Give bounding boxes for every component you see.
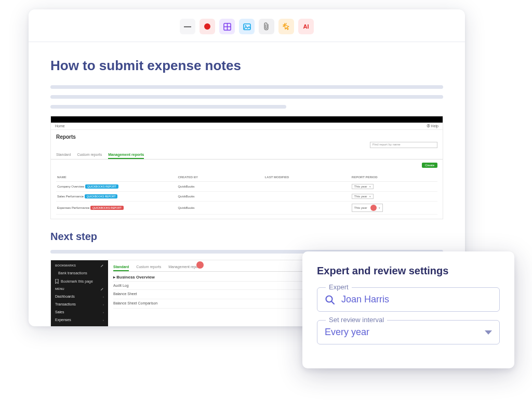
period-select[interactable]: This year▾: [352, 204, 383, 212]
row-created: QuickBooks: [177, 205, 263, 210]
expert-review-settings-panel: Expert and review settings Expert Joan H…: [302, 251, 514, 368]
record-tool-button[interactable]: [200, 19, 215, 34]
tab-custom[interactable]: Custom reports: [136, 263, 161, 271]
report-badge: QUICKBOOKS REPORT: [90, 206, 124, 210]
table-row[interactable]: Sales Performance QUICKBOOKS REPORT Quic…: [56, 192, 437, 202]
sidebar-item-sales[interactable]: Sales›: [51, 308, 108, 316]
pencil-icon[interactable]: [100, 287, 104, 291]
table-row[interactable]: Expenses Performance QUICKBOOKS REPORT Q…: [56, 202, 437, 215]
row-created: QuickBooks: [177, 184, 263, 189]
chevron-down-icon: [485, 330, 492, 335]
editor-toolbar: — AI: [29, 19, 465, 42]
search-row: Find report by name: [51, 142, 443, 151]
help-link: ⦿ Help: [427, 124, 438, 128]
ai-tool-button[interactable]: AI: [298, 19, 314, 34]
tab-custom[interactable]: Custom reports: [77, 151, 102, 159]
sidebar-item-expenses[interactable]: Expenses›: [51, 316, 108, 324]
reports-heading: Reports: [51, 130, 443, 142]
home-breadcrumb: Home: [55, 124, 65, 128]
app-topbar: Home ⦿ Help: [51, 123, 443, 130]
interaction-tool-button[interactable]: [278, 19, 294, 34]
embedded-screenshot-reports: Home ⦿ Help Reports Find report by name …: [50, 116, 443, 219]
period-select[interactable]: This year▾: [352, 184, 374, 189]
record-icon: [204, 23, 210, 30]
click-icon: [282, 22, 290, 31]
review-interval-field[interactable]: Set review interval Every year: [317, 320, 500, 344]
text-placeholder-line: [50, 95, 443, 99]
image-icon: [243, 23, 251, 31]
click-indicator-icon: [370, 205, 377, 211]
tab-standard[interactable]: Standard: [56, 151, 71, 159]
click-indicator-icon: [196, 261, 204, 269]
col-period: REPORT PERIOD: [351, 175, 437, 180]
expert-value: Joan Harris: [341, 294, 492, 305]
table-tool-button[interactable]: [219, 19, 235, 34]
pencil-icon[interactable]: [100, 264, 104, 268]
attachment-tool-button[interactable]: [259, 19, 274, 34]
bookmarks-header: BOOKMARKS: [51, 262, 108, 269]
table-row[interactable]: Company Overview QUICKBOOKS REPORT Quick…: [56, 182, 437, 192]
divider-tool-button[interactable]: —: [180, 19, 195, 34]
report-badge: QUICKBOOKS REPORT: [85, 184, 118, 189]
create-button[interactable]: Create: [422, 163, 437, 168]
interval-field-label: Set review interval: [326, 316, 387, 324]
row-created: QuickBooks: [177, 194, 263, 199]
col-name: NAME: [56, 175, 177, 180]
svg-line-6: [331, 301, 334, 304]
page-title: How to submit expense notes: [50, 58, 443, 74]
tab-management[interactable]: Management reports: [108, 151, 144, 159]
expert-field[interactable]: Expert Joan Harris: [317, 287, 500, 312]
next-step-heading: Next step: [50, 231, 443, 243]
text-placeholder-line: [50, 85, 443, 89]
row-name: Expenses Performance: [57, 206, 89, 209]
bookmark-icon: [55, 279, 59, 284]
sidebar-item-dashboards[interactable]: Dashboards›: [51, 293, 108, 300]
image-tool-button[interactable]: [239, 19, 255, 34]
col-created: CREATED BY: [177, 175, 263, 180]
browser-chrome-bar: [51, 116, 443, 123]
tab-standard[interactable]: Standard: [113, 263, 129, 271]
table-header: NAME CREATED BY LAST MODIFIED REPORT PER…: [56, 173, 437, 182]
grid-icon: [223, 23, 231, 31]
ai-label: AI: [303, 23, 309, 30]
settings-title: Expert and review settings: [317, 265, 500, 277]
sidebar-item-transactions[interactable]: Transactions›: [51, 300, 108, 308]
svg-point-4: [245, 25, 246, 26]
report-tabs: Standard Custom reports Management repor…: [51, 151, 443, 160]
col-modified: LAST MODIFIED: [264, 175, 351, 180]
reports-table: NAME CREATED BY LAST MODIFIED REPORT PER…: [56, 173, 437, 215]
search-icon: [325, 295, 335, 305]
row-name: Company Overview: [57, 185, 84, 188]
bookmark-page-button[interactable]: Bookmark this page: [51, 277, 108, 286]
paperclip-icon: [263, 22, 270, 31]
text-placeholder-line: [50, 105, 286, 109]
sidebar-item-bank[interactable]: Bank transactions: [51, 269, 108, 277]
interval-value: Every year: [325, 327, 478, 338]
report-search-input[interactable]: Find report by name: [370, 142, 437, 148]
app-sidebar: BOOKMARKS Bank transactions Bookmark thi…: [51, 260, 108, 326]
period-select[interactable]: This year▾: [352, 194, 374, 199]
menu-header: MENU: [51, 286, 108, 293]
expert-field-label: Expert: [326, 283, 352, 291]
row-name: Sales Performance: [57, 195, 84, 198]
report-badge: QUICKBOOKS REPORT: [85, 194, 118, 198]
